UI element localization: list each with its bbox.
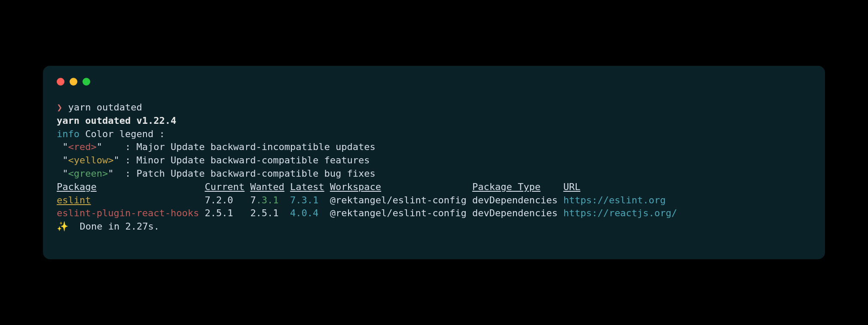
col-wanted: Wanted bbox=[250, 181, 284, 192]
row-1-package-type: devDependencies bbox=[472, 208, 558, 218]
close-icon[interactable] bbox=[57, 78, 64, 86]
legend-red-tag: <red> bbox=[68, 141, 97, 152]
row-0-wanted-colored: .3.1 bbox=[256, 195, 279, 205]
row-0-latest: 7.3.1 bbox=[290, 195, 318, 205]
col-package-type: Package Type bbox=[472, 181, 541, 192]
col-url: URL bbox=[563, 181, 581, 192]
row-1-package: eslint-plugin-react-hooks bbox=[57, 208, 199, 218]
col-latest: Latest bbox=[290, 181, 324, 192]
col-package: Package bbox=[57, 181, 97, 192]
row-1-wanted-prefix: 2.5.1 bbox=[250, 208, 278, 218]
row-0-workspace: @rektangel/eslint-config bbox=[330, 195, 467, 205]
legend-green-tag: <green> bbox=[68, 168, 108, 179]
row-1-workspace: @rektangel/eslint-config bbox=[330, 208, 467, 218]
window-controls bbox=[57, 78, 811, 86]
terminal-content[interactable]: ❯ yarn outdated yarn outdated v1.22.4 in… bbox=[57, 101, 811, 233]
row-1-current: 2.5.1 bbox=[205, 208, 233, 218]
legend-yellow-tag: <yellow> bbox=[68, 155, 114, 166]
info-label: info bbox=[57, 129, 79, 139]
done-text: Done in 2.27s. bbox=[68, 221, 159, 232]
sparkle-icon: ✨ bbox=[57, 221, 68, 232]
legend-yellow-desc: Minor Update backward-compatible feature… bbox=[136, 155, 370, 166]
row-0-wanted-prefix: 7 bbox=[250, 195, 256, 205]
command-text: yarn outdated bbox=[68, 102, 142, 113]
info-text: Color legend : bbox=[79, 129, 165, 139]
zoom-icon[interactable] bbox=[83, 78, 90, 86]
row-1-url: https://reactjs.org/ bbox=[563, 208, 677, 218]
row-0-package: eslint bbox=[57, 195, 91, 205]
terminal-window: ❯ yarn outdated yarn outdated v1.22.4 in… bbox=[43, 66, 825, 259]
yarn-version-line: yarn outdated v1.22.4 bbox=[57, 115, 176, 126]
prompt-caret: ❯ bbox=[57, 102, 62, 113]
row-0-package-type: devDependencies bbox=[472, 195, 558, 205]
minimize-icon[interactable] bbox=[70, 78, 77, 86]
row-1-latest: 4.0.4 bbox=[290, 208, 318, 218]
row-0-url: https://eslint.org bbox=[563, 195, 666, 205]
legend-red-desc: Major Update backward-incompatible updat… bbox=[136, 141, 375, 152]
col-workspace: Workspace bbox=[330, 181, 381, 192]
row-0-current: 7.2.0 bbox=[205, 195, 233, 205]
col-current: Current bbox=[205, 181, 245, 192]
legend-green-desc: Patch Update backward-compatible bug fix… bbox=[136, 168, 375, 179]
